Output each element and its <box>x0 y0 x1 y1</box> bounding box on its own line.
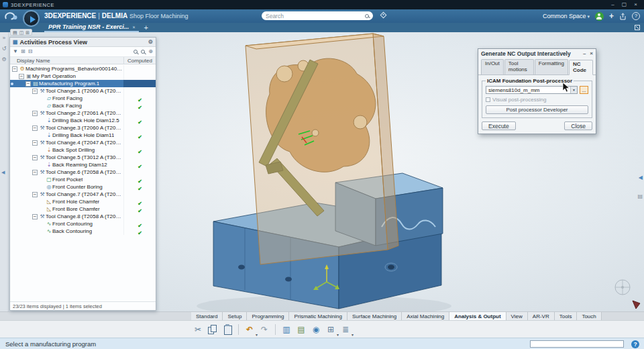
expand-toggle-icon[interactable] <box>19 74 24 79</box>
power-input[interactable] <box>530 340 624 348</box>
search-icon[interactable] <box>365 14 369 18</box>
output-options-button[interactable] <box>339 323 352 336</box>
locate-icon[interactable] <box>148 48 153 55</box>
dialog-tab[interactable]: NC Code <box>569 60 593 75</box>
tree-row[interactable]: Tool Change.5 (T3012 A (T3012.2... <box>10 154 156 161</box>
panel-gear-icon[interactable] <box>148 39 153 45</box>
tree-row[interactable]: Front Facing <box>10 95 156 102</box>
expand-toggle-icon[interactable] <box>32 140 38 146</box>
browse-post-button[interactable]: ... <box>580 86 588 94</box>
cut-button[interactable] <box>191 323 205 336</box>
nc-output-button[interactable] <box>280 323 293 336</box>
view-compass[interactable] <box>615 280 630 295</box>
tree-row[interactable]: Back Spot Drilling <box>10 146 156 154</box>
new-tab-button[interactable] <box>144 23 148 32</box>
tree-row[interactable]: Front Counter Boring <box>10 183 156 191</box>
stock-box[interactable] <box>246 34 398 264</box>
post-processor-developer-button[interactable]: Post processor Developer <box>486 105 588 114</box>
expand-toggle-icon[interactable] <box>32 111 38 116</box>
analysis-button[interactable] <box>324 323 337 336</box>
redo-button[interactable] <box>258 323 271 336</box>
tree-row[interactable]: Tool Change.6 (T2058 A (T2058.1... <box>10 168 156 176</box>
filter-icon[interactable] <box>13 48 18 55</box>
tree-row[interactable]: Back Reaming Diam12 <box>10 161 156 168</box>
column-display-name[interactable]: Display Name <box>10 57 123 64</box>
dock-expand-icon[interactable] <box>3 35 5 41</box>
collapse-all-icon[interactable] <box>28 48 33 55</box>
robot-icon[interactable] <box>633 301 640 309</box>
tree-item-label: Front Pocket <box>52 177 83 183</box>
machine-table-button[interactable] <box>294 323 308 336</box>
active-program-marker <box>11 83 13 85</box>
share-icon[interactable] <box>619 13 627 20</box>
simulation-button[interactable] <box>309 323 323 336</box>
expand-toggle-icon[interactable] <box>32 155 38 160</box>
dialog-tab[interactable]: In/Out <box>481 59 504 74</box>
help-icon[interactable] <box>632 12 640 20</box>
tree-row[interactable]: Tool Change.4 (T2047 A (T2047.1... <box>10 139 156 146</box>
tree-row[interactable]: Drilling Back Hole Diam11 <box>10 132 156 139</box>
maximize-button[interactable] <box>619 0 630 9</box>
expand-toggle-icon[interactable] <box>32 214 38 219</box>
dialog-close-button[interactable] <box>590 49 593 58</box>
tree-search-icon[interactable] <box>133 50 138 54</box>
3ds-logo-icon[interactable] <box>3 11 19 21</box>
fullscreen-icon[interactable] <box>635 25 640 30</box>
tree-row[interactable]: Manufacturing Program.1 <box>10 80 156 87</box>
tree-row[interactable]: Machining Programs_Behavior00014009 A <box>10 65 156 72</box>
tab-close-icon[interactable] <box>132 25 135 30</box>
add-panel-tab-icon[interactable] <box>25 30 30 36</box>
tree-row[interactable]: Tool Change.3 (T2060 A (T2060.1... <box>10 124 156 132</box>
minimize-button[interactable] <box>607 0 619 9</box>
undo-button[interactable] <box>243 323 256 336</box>
expand-toggle-icon[interactable] <box>32 89 38 94</box>
dialog-minimize-button[interactable] <box>583 49 586 58</box>
panel-title-bar[interactable]: Activities Process View <box>10 38 156 47</box>
settings-icon[interactable] <box>1 56 6 62</box>
combo-arrow-icon[interactable] <box>570 87 577 93</box>
execute-button[interactable]: Execute <box>482 121 516 130</box>
tree-search-options-icon[interactable] <box>141 50 145 54</box>
copy-button[interactable] <box>206 323 219 336</box>
space-selector[interactable]: Common Space <box>543 13 590 19</box>
dialog-tab[interactable]: Tool motions <box>504 59 534 74</box>
expand-toggle-icon[interactable] <box>32 192 38 197</box>
paste-button[interactable] <box>221 323 234 336</box>
tree-row[interactable]: Front Hole Chamfer <box>10 198 156 205</box>
tree-row[interactable]: Tool Change.2 (T2061 A (T2061.1... <box>10 109 156 117</box>
tree-row[interactable]: Tool Change.1 (T2060 A (T2060.1... <box>10 87 156 95</box>
computed-cell <box>123 146 156 154</box>
search-input[interactable] <box>266 13 365 19</box>
document-tab[interactable]: PPR Training NSR - Exerci... <box>44 23 139 32</box>
tree-row[interactable]: Front Contouring <box>10 220 156 228</box>
expand-toggle-icon[interactable] <box>12 66 17 72</box>
status-help-icon[interactable] <box>631 340 639 348</box>
column-computed[interactable]: Computed <box>123 57 156 64</box>
tree-row[interactable]: My Part Operation <box>10 72 156 80</box>
add-button[interactable]: + <box>609 12 614 20</box>
dialog-tab[interactable]: Formatting <box>535 59 568 74</box>
expand-toggle-icon[interactable] <box>32 170 38 175</box>
views-panel-tab-icon[interactable] <box>19 30 24 36</box>
tree-row[interactable]: Front Bore Chamfer <box>10 205 156 213</box>
tag-icon[interactable] <box>380 12 387 19</box>
user-avatar[interactable] <box>595 12 604 21</box>
tree-row[interactable]: Front Pocket <box>10 176 156 183</box>
expand-toggle-icon[interactable] <box>32 126 38 131</box>
dialog-close-action-button[interactable]: Close <box>564 121 592 130</box>
collapse-left-panel-icon[interactable] <box>1 170 5 175</box>
expand-all-icon[interactable] <box>21 48 25 55</box>
tree-row[interactable]: Tool Change.8 (T2058 A (T2058.1... <box>10 213 156 220</box>
tree-row[interactable]: Tool Change.7 (T2047 A (T2047.1... <box>10 191 156 198</box>
history-icon[interactable] <box>2 46 7 52</box>
expand-toggle-icon[interactable] <box>25 81 31 87</box>
visual-post-processing-checkbox[interactable] <box>486 97 490 102</box>
dialog-title-bar[interactable]: Generate NC Output Interactively <box>478 49 596 58</box>
tree-panel-tab-icon[interactable] <box>13 30 17 36</box>
tree-row[interactable]: Back Contouring <box>10 228 156 235</box>
compass-icon[interactable] <box>23 10 40 27</box>
tree-row[interactable]: Drilling Back Hole Diam12.5 <box>10 117 156 124</box>
close-button[interactable] <box>630 0 641 9</box>
computed-check-icon <box>138 226 142 238</box>
tree-row[interactable]: Back Facing <box>10 102 156 109</box>
